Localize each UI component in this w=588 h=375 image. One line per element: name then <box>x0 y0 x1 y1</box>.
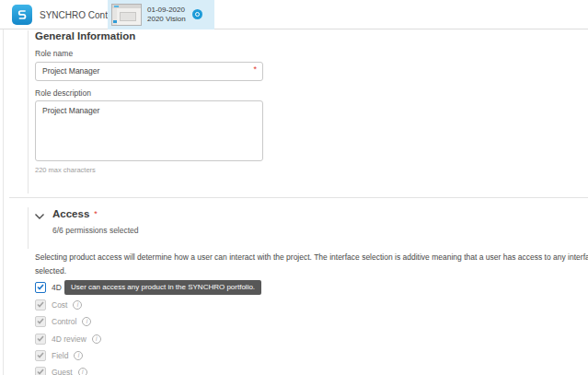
permission-label: Guest <box>52 368 73 375</box>
permission-row-control: Control i <box>35 315 91 327</box>
synchro-logo-icon <box>12 5 32 25</box>
app-title: SYNCHRO Control <box>40 0 118 29</box>
general-info-card-border <box>28 30 29 193</box>
info-icon[interactable]: i <box>92 334 101 344</box>
role-name-label: Role name <box>35 49 73 58</box>
general-information-heading: General Information <box>35 30 135 41</box>
checkbox-field <box>35 350 46 361</box>
role-description-textarea[interactable]: Project Manager <box>35 100 263 161</box>
project-tab-date: 01-09-2020 <box>147 6 186 15</box>
info-icon[interactable]: i <box>73 300 82 310</box>
permission-row-field: Field i <box>35 349 83 361</box>
checkbox-control <box>35 316 46 327</box>
project-thumbnail <box>111 4 142 26</box>
permission-label: Control <box>52 317 76 326</box>
chevron-down-icon[interactable] <box>34 213 45 220</box>
left-panel-edge <box>3 29 4 375</box>
top-bar: SYNCHRO Control 01-09-2020 2020 Vision ? <box>0 0 588 29</box>
app-window: SYNCHRO Control 01-09-2020 2020 Vision ?… <box>0 0 588 375</box>
access-description-line2: selected. <box>35 266 66 275</box>
permission-row-cost: Cost i <box>35 299 82 311</box>
role-description-label: Role description <box>35 88 91 98</box>
info-icon[interactable]: i <box>74 351 83 360</box>
role-name-input[interactable] <box>35 62 263 81</box>
info-icon[interactable]: i <box>82 317 91 326</box>
permission-label: 4D review <box>52 334 86 344</box>
access-description-line1: Selecting product access will determine … <box>35 252 588 262</box>
permission-label: 4D <box>52 283 62 292</box>
tooltip: User can access any product in the SYNCH… <box>64 280 261 295</box>
permission-label: Cost <box>52 300 67 310</box>
access-card-border <box>28 207 29 249</box>
checkbox-cost <box>35 299 46 311</box>
char-limit-hint: 220 max characters <box>35 166 96 174</box>
access-heading: Access* <box>52 208 98 219</box>
permissions-summary: 6/6 permissions selected <box>52 226 139 235</box>
info-icon[interactable]: i <box>78 368 87 375</box>
active-indicator-icon <box>192 9 202 19</box>
permission-row-guest: Guest i <box>35 366 87 375</box>
project-tab-name: 2020 Vision <box>147 15 186 24</box>
project-tab[interactable]: 01-09-2020 2020 Vision <box>108 0 214 29</box>
permission-label: Field <box>52 351 68 360</box>
required-marker: * <box>253 64 257 74</box>
role-name-field-wrap: * <box>35 61 263 80</box>
project-tab-label: 01-09-2020 2020 Vision <box>147 6 186 24</box>
required-marker: * <box>94 209 98 218</box>
section-divider <box>9 197 588 198</box>
permission-row-4d-review: 4D review i <box>35 333 101 345</box>
checkbox-4d-review <box>35 334 46 345</box>
checkbox-4d[interactable] <box>35 282 46 293</box>
checkbox-guest <box>35 367 46 375</box>
